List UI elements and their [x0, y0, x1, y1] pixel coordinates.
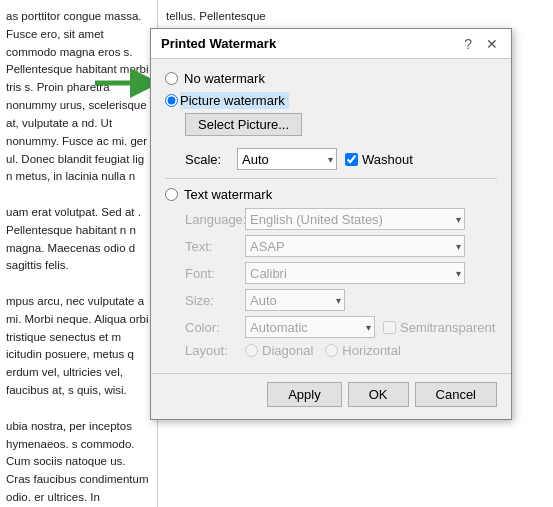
language-select: English (United States)	[245, 208, 465, 230]
doc-left-text3: mpus arcu, nec vulputate a mi. Morbi neq…	[6, 295, 149, 396]
dialog-title-bar: Printed Watermark ? ✕	[151, 29, 511, 59]
no-watermark-radio[interactable]	[165, 72, 178, 85]
text-label: Text:	[185, 239, 245, 254]
scale-select[interactable]: Auto	[237, 148, 337, 170]
color-select-wrapper: Automatic	[245, 316, 375, 338]
scale-row: Scale: Auto Washout	[185, 148, 497, 170]
layout-row: Layout: Diagonal Horizontal	[185, 343, 497, 358]
scale-select-wrapper: Auto	[237, 148, 337, 170]
no-watermark-label[interactable]: No watermark	[184, 71, 265, 86]
washout-label[interactable]: Washout	[362, 152, 413, 167]
color-row: Color: Automatic Semitransparent	[185, 316, 497, 338]
doc-left-text2: uam erat volutpat. Sed at . Pellentesque…	[6, 206, 141, 271]
title-controls: ? ✕	[461, 37, 501, 51]
section-divider	[165, 178, 497, 179]
diagonal-radio	[245, 344, 258, 357]
picture-watermark-label[interactable]: Picture watermark	[180, 92, 289, 109]
horizontal-label: Horizontal	[342, 343, 401, 358]
semitransparent-checkbox	[383, 321, 396, 334]
semitransparent-label: Semitransparent	[400, 320, 495, 335]
size-row: Size: Auto	[185, 289, 497, 311]
picture-section: Select Picture... Scale: Auto Washout	[185, 113, 497, 170]
washout-checkbox[interactable]	[345, 153, 358, 166]
close-button[interactable]: ✕	[483, 37, 501, 51]
picture-watermark-radio[interactable]	[165, 94, 178, 107]
text-watermark-row: Text watermark	[165, 187, 497, 202]
diagonal-option: Diagonal	[245, 343, 313, 358]
horizontal-option: Horizontal	[325, 343, 401, 358]
text-select: ASAP	[245, 235, 465, 257]
language-select-wrapper: English (United States)	[245, 208, 465, 230]
layout-options: Diagonal Horizontal	[245, 343, 401, 358]
apply-button[interactable]: Apply	[267, 382, 342, 407]
size-label: Size:	[185, 293, 245, 308]
text-section: Language: English (United States) Text: …	[185, 208, 497, 358]
text-row: Text: ASAP	[185, 235, 497, 257]
size-select: Auto	[245, 289, 345, 311]
printed-watermark-dialog: Printed Watermark ? ✕ No watermark Pictu…	[150, 28, 512, 420]
color-label: Color:	[185, 320, 245, 335]
language-row: Language: English (United States)	[185, 208, 497, 230]
font-select: Calibri	[245, 262, 465, 284]
color-select: Automatic	[245, 316, 375, 338]
green-arrow-icon	[95, 68, 155, 98]
text-select-wrapper: ASAP	[245, 235, 465, 257]
dialog-footer: Apply OK Cancel	[151, 373, 511, 419]
help-button[interactable]: ?	[461, 37, 475, 51]
cancel-button[interactable]: Cancel	[415, 382, 497, 407]
horizontal-radio	[325, 344, 338, 357]
font-label: Font:	[185, 266, 245, 281]
dialog-body: No watermark Picture watermark Select Pi…	[151, 59, 511, 373]
text-watermark-label[interactable]: Text watermark	[184, 187, 272, 202]
font-select-wrapper: Calibri	[245, 262, 465, 284]
doc-left-text4: ubia nostra, per inceptos hymenaeos. s c…	[6, 420, 149, 507]
dialog-title: Printed Watermark	[161, 36, 276, 51]
size-select-wrapper: Auto	[245, 289, 345, 311]
scale-label: Scale:	[185, 152, 237, 167]
font-row: Font: Calibri	[185, 262, 497, 284]
picture-watermark-row: Picture watermark	[165, 92, 497, 109]
washout-row: Washout	[345, 152, 413, 167]
text-watermark-radio[interactable]	[165, 188, 178, 201]
semitransparent-row: Semitransparent	[383, 320, 495, 335]
language-label: Language:	[185, 212, 245, 227]
layout-label: Layout:	[185, 343, 245, 358]
ok-button[interactable]: OK	[348, 382, 409, 407]
no-watermark-row: No watermark	[165, 71, 497, 86]
diagonal-label: Diagonal	[262, 343, 313, 358]
select-picture-button[interactable]: Select Picture...	[185, 113, 302, 136]
